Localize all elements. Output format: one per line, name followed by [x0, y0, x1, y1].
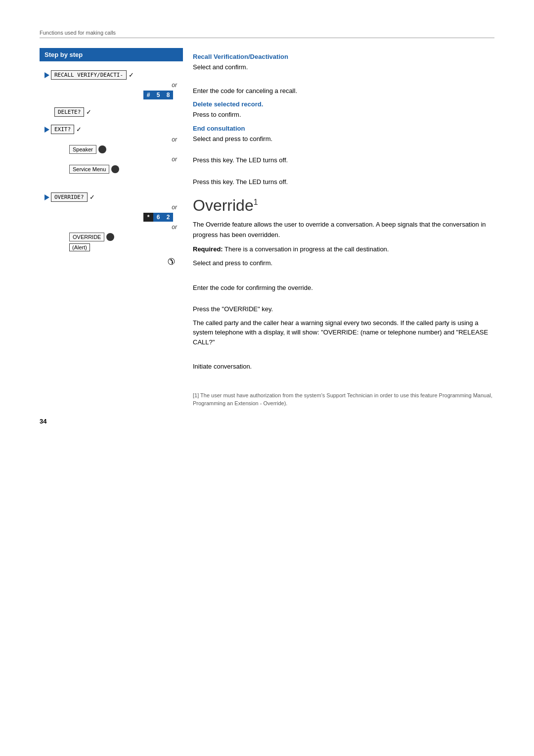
or-5: or: [40, 224, 183, 231]
override-text-5: Initiate conversation.: [193, 362, 494, 372]
five-key: 5: [153, 91, 163, 99]
end-consultation-heading: End consultation: [193, 125, 494, 132]
override-checkmark: ✓: [89, 193, 95, 201]
end-text-3: Press this key. The LED turns off.: [193, 177, 494, 187]
recall-heading: Recall Verification/Deactivation: [193, 53, 494, 60]
code-keys-858: # 5 8: [40, 91, 183, 99]
service-menu-key: Service Menu: [69, 165, 109, 174]
speaker-row: Speaker: [69, 145, 183, 154]
override-arrow-icon: [44, 194, 49, 200]
exit-checkmark: ✓: [76, 126, 82, 133]
footnote: [1] The user must have authorization fro…: [193, 391, 494, 408]
phone-icon: ✆: [168, 256, 175, 267]
override-label-key: OVERRIDE: [69, 233, 104, 241]
override-sup: 1: [254, 198, 258, 206]
delete-heading: Delete selected record.: [193, 100, 494, 108]
recall-section: Recall Verification/Deactivation Select …: [193, 53, 494, 95]
alert-row: (Alert): [69, 243, 183, 251]
exit-key: EXIT?: [51, 125, 74, 134]
eight-key: 8: [163, 91, 173, 99]
checkmark: ✓: [129, 71, 134, 79]
or-3: or: [40, 156, 183, 163]
recall-verify-row: RECALL VERIFY/DEACTI- ✓: [44, 70, 183, 80]
or-1: or: [40, 82, 183, 89]
override-text-2: Enter the code for confirming the overri…: [193, 283, 494, 293]
hash-key: #: [143, 91, 153, 99]
speaker-key: Speaker: [69, 145, 96, 154]
service-menu-row: Service Menu: [69, 165, 183, 174]
end-consultation-section: End consultation Select and press to con…: [193, 125, 494, 187]
recall-key: RECALL VERIFY/DEACTI-: [51, 70, 127, 80]
page-header: Functions used for making calls: [40, 30, 494, 38]
six-key: 6: [153, 213, 163, 222]
phone-row: ✆: [40, 256, 183, 267]
delete-checkmark: ✓: [86, 108, 91, 116]
arrow-icon: [44, 72, 49, 78]
delete-row: DELETE? ✓: [54, 107, 183, 117]
override-key-row: OVERRIDE: [69, 233, 183, 241]
override-required: Required: There is a conversation in pro…: [193, 244, 494, 255]
page-number: 34: [40, 418, 494, 425]
override-text-3: Press the "OVERRIDE" key.: [193, 304, 494, 314]
override-text-1: Select and press to confirm.: [193, 258, 494, 268]
delete-section: Delete selected record. Press to confirm…: [193, 100, 494, 120]
service-menu-circle: [111, 165, 119, 173]
recall-text-2: Enter the code for canceling a recall.: [193, 86, 494, 96]
or-2: or: [40, 136, 183, 143]
step-by-step-header: Step by step: [40, 48, 183, 61]
override-text-4: The called party and the caller hear a w…: [193, 318, 494, 347]
star-key: *: [143, 213, 153, 222]
speaker-circle: [98, 145, 106, 153]
override-key: OVERRIDE?: [51, 192, 88, 202]
delete-text-1: Press to confirm.: [193, 110, 494, 120]
footnote-text: [1] The user must have authorization fro…: [193, 392, 492, 407]
code-keys-star62: * 6 2: [40, 213, 183, 222]
exit-row: EXIT? ✓: [44, 125, 183, 134]
end-text-1: Select and press to confirm.: [193, 134, 494, 144]
override-desc-1: The Override feature allows the user to …: [193, 220, 494, 240]
override-section: Override1 The Override feature allows th…: [193, 196, 494, 372]
or-4: or: [40, 204, 183, 211]
override-circle: [106, 233, 114, 241]
override-title: Override1: [193, 196, 494, 215]
exit-arrow-icon: [44, 127, 49, 133]
two-key: 2: [163, 213, 173, 222]
recall-text-1: Select and confirm.: [193, 62, 494, 72]
override-row: OVERRIDE? ✓: [44, 192, 183, 202]
end-text-2: Press this key. The LED turns off.: [193, 155, 494, 165]
delete-key: DELETE?: [54, 107, 84, 117]
alert-box: (Alert): [69, 243, 90, 251]
